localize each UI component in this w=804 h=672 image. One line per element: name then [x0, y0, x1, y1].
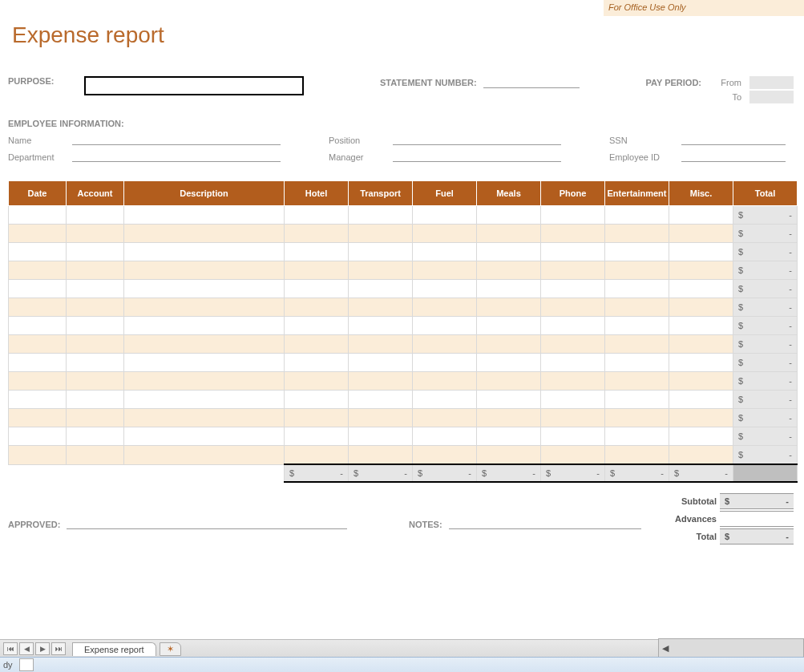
- table-cell[interactable]: [605, 243, 669, 261]
- table-cell[interactable]: $-: [733, 317, 798, 335]
- table-cell[interactable]: [605, 391, 669, 409]
- table-cell[interactable]: $-: [733, 446, 798, 465]
- table-cell[interactable]: [285, 261, 349, 280]
- new-sheet-button[interactable]: ✶: [160, 642, 181, 656]
- table-cell[interactable]: $-: [733, 243, 798, 261]
- table-cell[interactable]: [413, 243, 477, 261]
- table-cell[interactable]: [541, 261, 605, 280]
- table-cell[interactable]: [605, 225, 669, 243]
- manager-field[interactable]: [393, 150, 561, 162]
- table-cell[interactable]: [67, 261, 124, 280]
- table-cell[interactable]: [349, 335, 413, 354]
- table-cell[interactable]: [285, 446, 349, 465]
- table-cell[interactable]: [124, 372, 285, 391]
- table-cell[interactable]: [541, 335, 605, 354]
- table-cell[interactable]: [477, 391, 541, 409]
- table-cell[interactable]: $-: [733, 335, 798, 354]
- table-cell[interactable]: [605, 280, 669, 298]
- approved-field[interactable]: [67, 517, 347, 529]
- table-cell[interactable]: [669, 391, 733, 409]
- table-cell[interactable]: $-: [733, 280, 798, 298]
- table-cell[interactable]: [669, 280, 733, 298]
- table-cell[interactable]: [477, 446, 541, 465]
- tab-nav-buttons[interactable]: ⏮ ◀ ▶ ⏭: [0, 642, 69, 655]
- table-cell[interactable]: [9, 427, 67, 446]
- table-cell[interactable]: [349, 298, 413, 317]
- table-cell[interactable]: $-: [733, 409, 798, 427]
- table-cell[interactable]: [413, 427, 477, 446]
- tab-first-icon[interactable]: ⏮: [3, 642, 18, 655]
- scroll-left-icon[interactable]: ◀: [659, 643, 672, 654]
- table-cell[interactable]: [67, 427, 124, 446]
- table-cell[interactable]: [477, 372, 541, 391]
- table-row[interactable]: $-: [9, 225, 798, 243]
- table-cell[interactable]: [413, 354, 477, 372]
- table-cell[interactable]: [541, 317, 605, 335]
- table-cell[interactable]: [669, 335, 733, 354]
- table-cell[interactable]: [541, 225, 605, 243]
- table-cell[interactable]: [67, 317, 124, 335]
- table-cell[interactable]: [669, 261, 733, 280]
- table-cell[interactable]: [285, 206, 349, 225]
- table-cell[interactable]: [349, 354, 413, 372]
- table-cell[interactable]: [605, 427, 669, 446]
- pay-from-field[interactable]: [749, 76, 794, 89]
- table-cell[interactable]: [285, 354, 349, 372]
- table-cell[interactable]: [285, 280, 349, 298]
- table-cell[interactable]: [124, 298, 285, 317]
- table-cell[interactable]: [605, 335, 669, 354]
- table-cell[interactable]: [349, 261, 413, 280]
- table-cell[interactable]: [349, 409, 413, 427]
- tab-next-icon[interactable]: ▶: [35, 642, 50, 655]
- table-cell[interactable]: [124, 243, 285, 261]
- table-cell[interactable]: [67, 446, 124, 465]
- table-cell[interactable]: [669, 372, 733, 391]
- table-cell[interactable]: [67, 298, 124, 317]
- table-cell[interactable]: [413, 298, 477, 317]
- department-field[interactable]: [72, 150, 281, 162]
- table-cell[interactable]: [285, 391, 349, 409]
- purpose-input[interactable]: [84, 76, 304, 95]
- table-cell[interactable]: [669, 427, 733, 446]
- table-cell[interactable]: [413, 206, 477, 225]
- table-cell[interactable]: [669, 243, 733, 261]
- table-cell[interactable]: [413, 335, 477, 354]
- table-cell[interactable]: [67, 354, 124, 372]
- table-row[interactable]: $-: [9, 446, 798, 465]
- table-cell[interactable]: [349, 225, 413, 243]
- table-cell[interactable]: [124, 317, 285, 335]
- table-cell[interactable]: $-: [733, 372, 798, 391]
- table-cell[interactable]: [541, 243, 605, 261]
- table-cell[interactable]: [541, 280, 605, 298]
- table-row[interactable]: $-: [9, 280, 798, 298]
- table-cell[interactable]: [67, 243, 124, 261]
- statement-number-field[interactable]: [483, 76, 580, 88]
- table-cell[interactable]: [541, 354, 605, 372]
- table-cell[interactable]: [477, 427, 541, 446]
- table-cell[interactable]: [605, 372, 669, 391]
- table-cell[interactable]: [124, 280, 285, 298]
- table-cell[interactable]: [605, 317, 669, 335]
- table-cell[interactable]: [124, 206, 285, 225]
- table-cell[interactable]: [477, 317, 541, 335]
- table-cell[interactable]: [9, 206, 67, 225]
- table-cell[interactable]: [477, 261, 541, 280]
- table-cell[interactable]: [124, 446, 285, 465]
- table-cell[interactable]: [477, 206, 541, 225]
- horizontal-scrollbar[interactable]: ◀: [658, 638, 804, 658]
- table-cell[interactable]: [541, 427, 605, 446]
- table-cell[interactable]: [541, 372, 605, 391]
- table-cell[interactable]: [9, 409, 67, 427]
- name-field[interactable]: [72, 133, 281, 145]
- table-cell[interactable]: [541, 298, 605, 317]
- table-cell[interactable]: [477, 354, 541, 372]
- table-cell[interactable]: [9, 317, 67, 335]
- table-cell[interactable]: [349, 317, 413, 335]
- table-cell[interactable]: [285, 372, 349, 391]
- table-cell[interactable]: [285, 317, 349, 335]
- table-cell[interactable]: [541, 206, 605, 225]
- table-cell[interactable]: [477, 280, 541, 298]
- table-cell[interactable]: [9, 243, 67, 261]
- table-cell[interactable]: [285, 225, 349, 243]
- table-cell[interactable]: [477, 298, 541, 317]
